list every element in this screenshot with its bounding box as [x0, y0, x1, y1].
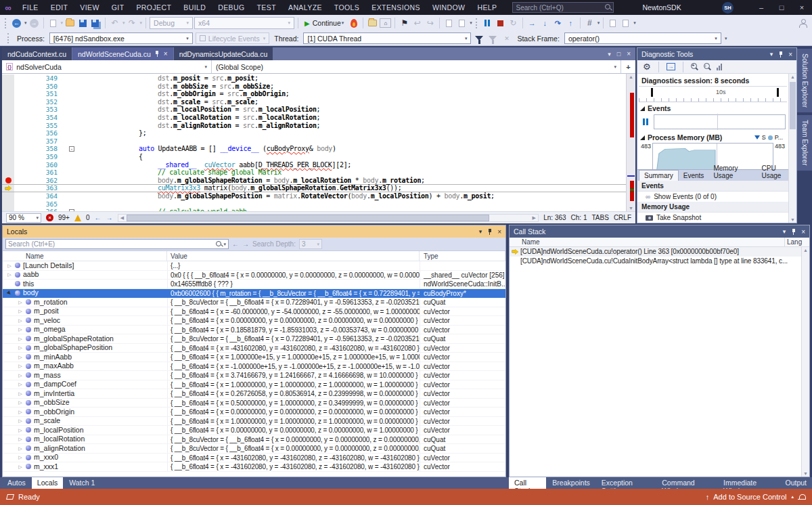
process-combo[interactable]: [6476] ndSandbox.exe▾ — [49, 32, 193, 44]
column-header-lang[interactable]: Lang — [787, 238, 802, 246]
search-backward-icon[interactable]: ← — [232, 240, 239, 248]
menu-test[interactable]: TEST — [251, 0, 282, 15]
user-avatar[interactable]: SH — [722, 2, 734, 14]
code-line[interactable]: 349dst.m_posit = src.m_posit; — [2, 74, 626, 83]
expander-icon[interactable]: ▷ — [7, 271, 12, 280]
side-tab-solution-explorer[interactable]: Solution Explorer — [797, 49, 812, 112]
notifications-bell-icon[interactable] — [798, 493, 805, 501]
events-section-header[interactable]: Events — [637, 102, 788, 113]
locals-row[interactable]: ▷m_posit{ __b_6float4 = { x = -60.000000… — [3, 307, 505, 317]
immediate-window-button[interactable] — [620, 17, 631, 29]
float-window-icon[interactable]: □ — [617, 51, 621, 58]
tab-locals[interactable]: Locals — [32, 477, 63, 489]
thread-combo[interactable]: [1] CUDA Thread▾ — [303, 32, 471, 44]
column-header-type[interactable]: Type — [420, 251, 505, 261]
diag-tab-memory-usage[interactable]: Memory Usage — [708, 163, 757, 181]
locals-row[interactable]: ▷m_veloc{ __b_6float4 = { x = 0.00000000… — [3, 316, 505, 326]
expander-icon[interactable]: ▷ — [18, 462, 23, 471]
step-over-button[interactable]: ↷ — [552, 17, 564, 29]
expander-icon[interactable]: ▷ — [18, 435, 23, 444]
code-line[interactable]: 351dst.m_obbOrigin = src.m_obbOrigin; — [2, 90, 626, 98]
diagnostic-tools-button[interactable] — [607, 17, 618, 29]
solution-configuration-combo[interactable]: Debug▾ — [150, 17, 193, 29]
locals-row[interactable]: ▷[Launch Details]{...} — [3, 261, 505, 271]
error-count[interactable]: 99+ — [58, 214, 70, 221]
timeline-range-end-marker[interactable] — [777, 88, 779, 97]
restart-button[interactable]: ↻ — [508, 17, 519, 29]
scrollbar-thumb[interactable] — [790, 82, 796, 129]
tab-output[interactable]: Output — [780, 477, 812, 489]
expander-icon[interactable]: ▷ — [18, 444, 23, 453]
code-line[interactable]: 361// calculate shape global Matrix — [2, 169, 626, 177]
locals-row[interactable]: ▷aabb0x0 { { { __b_6float4 = { x = 0.000… — [3, 271, 505, 280]
warning-count[interactable]: 0 — [86, 214, 90, 221]
locals-row[interactable]: ▷m_obbOrigin{ __b_6float4 = { x = 0.0000… — [3, 408, 505, 417]
stop-debugging-button[interactable] — [495, 17, 506, 29]
locals-row[interactable]: ▷m_globalSphapePosition{ __b_6float4 = {… — [3, 344, 505, 353]
errors-icon[interactable]: × — [46, 214, 53, 221]
expander-icon[interactable]: ▷ — [18, 399, 23, 408]
diagnostic-tools-title-bar[interactable]: Diagnostic Tools ▾ × — [637, 48, 796, 60]
step-into-button[interactable]: ↓ — [539, 17, 551, 29]
menu-project[interactable]: PROJECT — [130, 0, 177, 15]
navigate-forward-button[interactable]: → — [28, 17, 40, 29]
editor-zoom-combo[interactable]: 90 %▾ — [6, 213, 41, 223]
diag-tab-summary[interactable]: Summary — [639, 170, 679, 181]
column-header-name[interactable]: Name — [3, 251, 167, 261]
code-line[interactable]: 366-// calculate world aabb — [2, 208, 626, 211]
save-button[interactable] — [77, 17, 89, 29]
pin-icon[interactable] — [487, 228, 492, 235]
debug-location-overflow[interactable]: ▾ — [725, 36, 727, 41]
filter-threads-icon[interactable] — [475, 36, 483, 41]
call-stack-title-bar[interactable]: Call Stack ▾ × — [510, 225, 809, 238]
add-to-source-control-button[interactable]: Add to Source Control — [713, 493, 786, 501]
locals-row[interactable]: ▷m_minAabb{ __b_6float4 = { x = 1.000000… — [3, 353, 505, 362]
pin-icon[interactable] — [778, 51, 783, 58]
show-next-statement-button[interactable]: → — [526, 17, 538, 29]
active-files-dropdown-icon[interactable]: ▾ — [608, 51, 611, 58]
continue-button[interactable]: ▶Continue▾ — [302, 17, 346, 29]
redo-dropdown[interactable]: ▾ — [140, 20, 143, 26]
comment-button[interactable] — [443, 17, 455, 29]
export-icon[interactable]: → — [667, 63, 675, 70]
expander-icon[interactable]: ▶ — [4, 289, 14, 298]
search-forward-icon[interactable]: → — [242, 240, 249, 248]
close-document-icon[interactable]: × — [627, 50, 631, 58]
redo-button[interactable]: ↷ — [127, 17, 138, 29]
lifecycle-events-button[interactable]: Lifecycle Events▾ — [196, 32, 269, 44]
locals-row[interactable]: this0x14655fffdb8 { ??? }ndWorldSceneCud… — [3, 280, 505, 289]
step-out-button[interactable]: ↑ — [565, 17, 577, 29]
memory-section-header[interactable]: Process Memory (MB) S P... — [637, 131, 788, 142]
timeline-range-start-marker[interactable] — [651, 88, 653, 97]
quick-search-input[interactable] — [516, 4, 605, 12]
collapse-region-icon[interactable]: - — [69, 209, 74, 211]
window-position-dropdown-icon[interactable]: ▾ — [770, 51, 773, 58]
expander-icon[interactable]: ▷ — [18, 417, 23, 426]
locals-row[interactable]: ▶body0xb06002600 { { m_rotation = { __b_… — [3, 289, 505, 299]
expander-icon[interactable]: ▷ — [18, 371, 23, 380]
code-editor[interactable]: 349dst.m_posit = src.m_posit;350dst.m_ob… — [2, 74, 635, 211]
menu-window[interactable]: WINDOW — [426, 0, 471, 15]
code-line[interactable]: 359{ — [2, 153, 626, 161]
code-line[interactable]: 360__shared__ cuVector aabb[D_THREADS_PE… — [2, 161, 626, 169]
settings-gear-icon[interactable]: ⚙ — [643, 62, 651, 72]
locals-search-box[interactable]: ▾ — [5, 239, 229, 249]
column-header-value[interactable]: Value — [167, 251, 420, 261]
toolbar-overflow-2[interactable]: ▾ — [633, 20, 636, 26]
reset-view-icon[interactable] — [717, 64, 722, 70]
menu-git[interactable]: GIT — [106, 0, 131, 15]
callstack-frame[interactable]: [CUDA]ndWorldSceneCuda.cu!CudaInitBodyAr… — [510, 257, 801, 266]
locals-row[interactable]: ▷m_rotation{ __b_8cuVector = { __b_6floa… — [3, 298, 505, 307]
expander-icon[interactable]: ▷ — [18, 334, 23, 343]
send-feedback-icon[interactable] — [798, 19, 807, 27]
zoom-in-icon[interactable]: + — [691, 63, 698, 70]
scroll-up-icon[interactable]: ▲ — [802, 248, 809, 252]
code-line[interactable]: 352dst.m_scale = src.m_scale; — [2, 98, 626, 106]
expander-icon[interactable]: ▷ — [18, 316, 23, 325]
warnings-icon[interactable] — [74, 215, 81, 221]
close-icon[interactable]: × — [497, 228, 501, 236]
scope-combo[interactable]: (Global Scope)▾ — [212, 60, 621, 73]
code-line[interactable]: 362body.m_globalSphapeRotation = body.m_… — [2, 177, 626, 185]
locals-row[interactable]: ▷m_dampCoef{ __b_6float4 = { x = 1.00000… — [3, 380, 505, 390]
hot-reload-button[interactable] — [348, 17, 359, 29]
